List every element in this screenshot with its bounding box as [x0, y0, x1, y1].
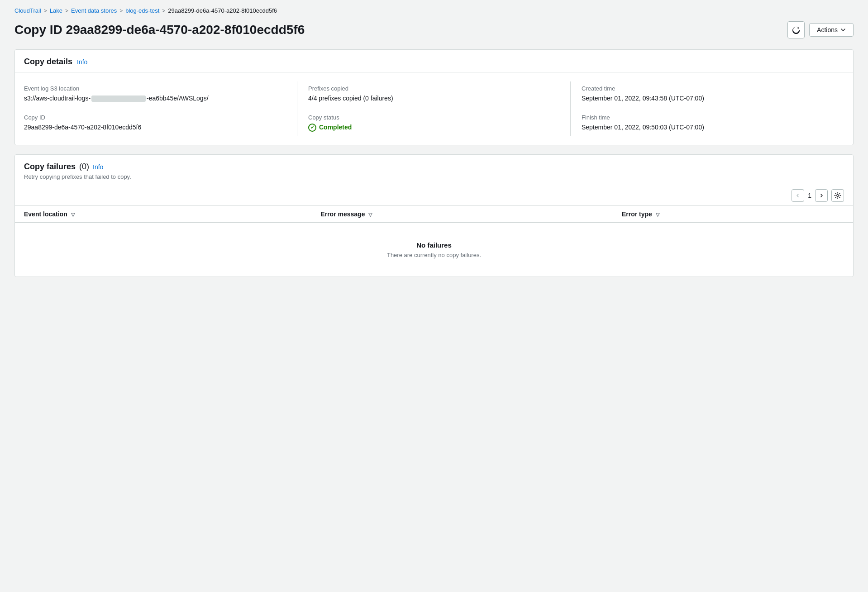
copy-failures-header: Copy failures (0) Info — [15, 155, 853, 173]
col-event-location-label: Event location — [24, 210, 67, 218]
created-time-value: September 01, 2022, 09:43:58 (UTC-07:00) — [582, 94, 835, 103]
col-error-message: Error message ▽ — [311, 206, 613, 223]
finish-time-item: Finish time September 01, 2022, 09:50:03… — [582, 114, 835, 132]
copy-status-value: ✓ Completed — [308, 123, 561, 132]
copy-details-card: Copy details Info Event log S3 location … — [14, 49, 854, 145]
details-grid: Event log S3 location s3://aws-cloudtrai… — [24, 81, 844, 136]
details-col-1: Event log S3 location s3://aws-cloudtrai… — [24, 81, 297, 136]
no-failures-title: No failures — [24, 241, 844, 249]
copy-details-title: Copy details — [24, 57, 72, 67]
breadcrumb-event-data-stores[interactable]: Event data stores — [71, 7, 117, 14]
breadcrumb: CloudTrail > Lake > Event data stores > … — [14, 7, 854, 14]
copy-id-item: Copy ID 29aa8299-de6a-4570-a202-8f010ecd… — [24, 114, 288, 132]
chevron-down-icon — [840, 27, 846, 33]
table-settings-button[interactable] — [831, 189, 844, 202]
status-completed-icon: ✓ — [308, 124, 316, 132]
table-head: Event location ▽ Error message ▽ Error t… — [15, 206, 853, 223]
sort-error-message-icon[interactable]: ▽ — [368, 212, 372, 217]
s3-value-part1: s3://aws-cloudtrail-logs- — [24, 95, 91, 102]
copy-status-label: Copy status — [308, 114, 561, 121]
prefixes-copied-label: Prefixes copied — [308, 85, 561, 92]
finish-time-label: Finish time — [582, 114, 835, 121]
copy-details-header: Copy details Info — [15, 50, 853, 72]
created-time-label: Created time — [582, 85, 835, 92]
empty-state-cell: No failures There are currently no copy … — [15, 223, 853, 277]
breadcrumb-lake[interactable]: Lake — [50, 7, 62, 14]
col-error-type-label: Error type — [622, 210, 652, 218]
prefixes-copied-item: Prefixes copied 4/4 prefixes copied (0 f… — [308, 85, 561, 103]
page-title: Copy ID 29aa8299-de6a-4570-a202-8f010ecd… — [14, 23, 305, 37]
pagination-page-number: 1 — [808, 192, 811, 199]
actions-button[interactable]: Actions — [809, 23, 854, 37]
col-event-location: Event location ▽ — [15, 206, 311, 223]
breadcrumb-sep-2: > — [65, 8, 68, 14]
s3-redacted — [91, 95, 146, 102]
chevron-right-icon — [819, 193, 824, 198]
details-col-3: Created time September 01, 2022, 09:43:5… — [571, 81, 844, 136]
copy-failures-info-link[interactable]: Info — [93, 163, 103, 171]
failures-table: Event location ▽ Error message ▽ Error t… — [15, 206, 853, 277]
empty-state-row: No failures There are currently no copy … — [15, 223, 853, 277]
refresh-icon — [792, 26, 800, 34]
breadcrumb-sep-4: > — [162, 8, 165, 14]
s3-value-part2: -ea6bb45e/AWSLogs/ — [147, 95, 208, 102]
breadcrumb-sep-3: > — [119, 8, 123, 14]
breadcrumb-blog-eds-test[interactable]: blog-eds-test — [125, 7, 159, 14]
copy-failures-count: (0) — [79, 162, 89, 172]
copy-details-body: Event log S3 location s3://aws-cloudtrai… — [15, 72, 853, 145]
pagination-prev-button[interactable] — [792, 189, 804, 202]
header-actions: Actions — [787, 21, 854, 38]
breadcrumb-copy-id: 29aa8299-de6a-4570-a202-8f010ecdd5f6 — [168, 7, 277, 14]
event-log-s3-value: s3://aws-cloudtrail-logs--ea6bb45e/AWSLo… — [24, 94, 288, 103]
breadcrumb-sep-1: > — [44, 8, 47, 14]
copy-failures-subtitle: Retry copying prefixes that failed to co… — [15, 173, 853, 186]
status-completed: ✓ Completed — [308, 123, 561, 132]
copy-failures-card: Copy failures (0) Info Retry copying pre… — [14, 154, 854, 277]
prefixes-copied-value: 4/4 prefixes copied (0 failures) — [308, 94, 561, 103]
table-controls: 1 — [15, 186, 853, 206]
table-body: No failures There are currently no copy … — [15, 223, 853, 277]
copy-status-item: Copy status ✓ Completed — [308, 114, 561, 132]
created-time-item: Created time September 01, 2022, 09:43:5… — [582, 85, 835, 103]
copy-id-value: 29aa8299-de6a-4570-a202-8f010ecdd5f6 — [24, 123, 288, 132]
refresh-button[interactable] — [787, 21, 805, 38]
copy-id-label: Copy ID — [24, 114, 288, 121]
copy-failures-title: Copy failures — [24, 162, 76, 172]
event-log-s3-label: Event log S3 location — [24, 85, 288, 92]
svg-point-0 — [837, 195, 839, 196]
col-error-type: Error type ▽ — [613, 206, 853, 223]
pagination-next-button[interactable] — [815, 189, 828, 202]
copy-details-info-link[interactable]: Info — [77, 58, 87, 66]
actions-label: Actions — [817, 26, 838, 33]
details-col-2: Prefixes copied 4/4 prefixes copied (0 f… — [297, 81, 571, 136]
table-header-row: Event location ▽ Error message ▽ Error t… — [15, 206, 853, 223]
col-error-message-label: Error message — [320, 210, 365, 218]
status-completed-label: Completed — [319, 123, 352, 132]
no-failures-subtitle: There are currently no copy failures. — [24, 252, 844, 258]
finish-time-value: September 01, 2022, 09:50:03 (UTC-07:00) — [582, 123, 835, 132]
page-header: Copy ID 29aa8299-de6a-4570-a202-8f010ecd… — [14, 21, 854, 38]
gear-icon — [834, 192, 841, 199]
sort-error-type-icon[interactable]: ▽ — [656, 212, 659, 217]
event-log-s3-item: Event log S3 location s3://aws-cloudtrai… — [24, 85, 288, 103]
breadcrumb-cloudtrail[interactable]: CloudTrail — [14, 7, 41, 14]
chevron-left-icon — [796, 193, 800, 198]
sort-event-location-icon[interactable]: ▽ — [71, 212, 75, 217]
